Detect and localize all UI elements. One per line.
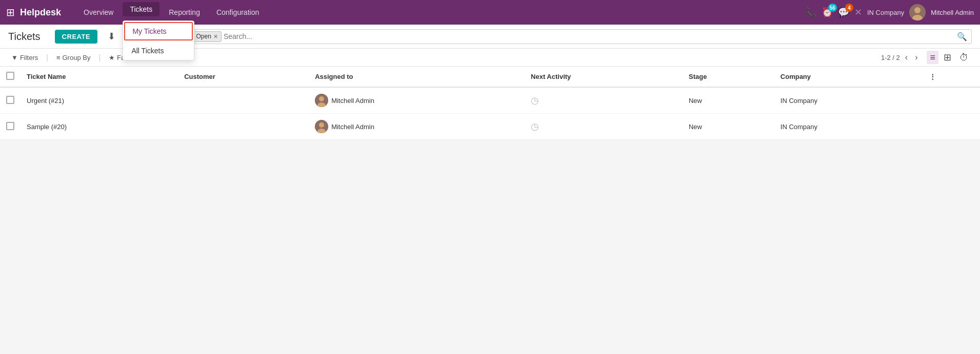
pagination-info: 1-2 / 2 ‹ › ≡ ⊞ ⏱ <box>881 51 972 64</box>
row-1-assigned-cell: Mitchell Admin <box>315 94 518 107</box>
username: Mitchell Admin <box>931 9 974 16</box>
row-1-stage: New <box>683 87 774 114</box>
col-stage[interactable]: Stage <box>683 67 774 87</box>
topnav-right: 📞 ⏰ 56 💬 4 ✕ IN Company Mitchell Admin <box>805 4 974 20</box>
timer-badge-wrap[interactable]: ⏰ 56 <box>822 7 833 18</box>
phone-icon[interactable]: 📞 <box>805 7 816 18</box>
select-all-checkbox[interactable] <box>6 72 14 80</box>
row-1-ticket-name[interactable]: Urgent (#21) <box>21 87 178 114</box>
search-button[interactable]: 🔍 <box>957 32 967 41</box>
row-2-ticket-name[interactable]: Sample (#20) <box>21 114 178 140</box>
tickets-dropdown-menu: My Tickets All Tickets <box>123 20 194 60</box>
col-options-header[interactable]: ⋮ <box>923 67 980 87</box>
col-assigned-to[interactable]: Assigned to <box>309 67 525 87</box>
col-company[interactable]: Company <box>774 67 923 87</box>
divider-1: | <box>46 53 48 61</box>
avatar[interactable] <box>909 4 926 20</box>
next-page-button[interactable]: › <box>913 52 919 63</box>
company-name: IN Company <box>867 9 904 16</box>
svg-point-7 <box>319 122 324 128</box>
row-2-avatar <box>315 120 328 133</box>
row-1-checkbox-cell[interactable] <box>0 87 21 114</box>
tickets-dropdown-wrap: Tickets My Tickets All Tickets <box>123 5 159 19</box>
filters-label: Filters <box>20 54 38 61</box>
app-title: Helpdesk <box>20 7 61 18</box>
view-buttons: ≡ ⊞ ⏱ <box>927 51 972 64</box>
svg-point-4 <box>319 96 324 101</box>
filters-button[interactable]: ▼ Filters <box>8 52 41 64</box>
groupby-label: Group By <box>63 54 91 61</box>
col-next-activity[interactable]: Next Activity <box>525 67 683 87</box>
nav-tickets[interactable]: Tickets <box>123 2 159 16</box>
download-button[interactable]: ⬇ <box>104 29 119 44</box>
col-ticket-name[interactable]: Ticket Name <box>21 67 178 87</box>
row-1-assignee-name: Mitchell Admin <box>331 97 374 105</box>
row-2-assignee-name: Mitchell Admin <box>331 123 374 131</box>
row-1-checkbox[interactable] <box>6 96 14 104</box>
row-2-customer <box>178 114 309 140</box>
main-area: Tickets CREATE ⬇ ▼ My Tickets ✕ ▼ Open ✕… <box>0 25 980 354</box>
list-view-button[interactable]: ≡ <box>927 51 938 64</box>
filter-funnel-icon: ▼ <box>11 54 18 61</box>
row-1-assigned-to: Mitchell Admin <box>309 87 525 114</box>
nav-reporting[interactable]: Reporting <box>162 5 207 19</box>
content-area: Tickets CREATE ⬇ ▼ My Tickets ✕ ▼ Open ✕… <box>0 25 980 354</box>
star-icon: ★ <box>109 54 115 61</box>
row-2-checkbox[interactable] <box>6 122 14 130</box>
kanban-view-button[interactable]: ⊞ <box>941 51 954 64</box>
chat-count: 4 <box>845 4 853 12</box>
nav-configuration[interactable]: Configuration <box>209 5 266 19</box>
row-2-next-activity: ◷ <box>525 114 683 140</box>
table-header-row: Ticket Name Customer Assigned to Next Ac… <box>0 67 980 87</box>
divider-2: | <box>98 53 101 61</box>
grid-icon[interactable]: ⊞ <box>6 6 15 18</box>
timer-count: 56 <box>828 4 837 12</box>
filter-open-close[interactable]: ✕ <box>213 33 218 40</box>
row-2-options <box>923 114 980 140</box>
search-input[interactable] <box>224 32 955 40</box>
row-1-avatar <box>315 94 328 107</box>
groupby-button[interactable]: ≡ Group By <box>53 52 94 64</box>
row-1-customer <box>178 87 309 114</box>
row-1-activity-icon: ◷ <box>531 95 539 106</box>
row-2-stage: New <box>683 114 774 140</box>
row-2-checkbox-cell[interactable] <box>0 114 21 140</box>
filter-open-label: Open <box>196 33 211 40</box>
groupby-icon: ≡ <box>56 54 61 61</box>
row-2-activity-icon: ◷ <box>531 121 539 132</box>
create-button[interactable]: CREATE <box>55 30 97 44</box>
prev-page-button[interactable]: ‹ <box>903 52 910 63</box>
row-2-assigned-cell: Mitchell Admin <box>315 120 518 133</box>
table-row: Sample (#20) Mitchell Admin <box>0 114 980 140</box>
activity-view-button[interactable]: ⏱ <box>956 51 972 64</box>
search-container: ▼ My Tickets ✕ ▼ Open ✕ 🔍 <box>126 29 972 44</box>
nav-links: Overview Tickets My Tickets All Tickets … <box>76 5 805 19</box>
nav-overview[interactable]: Overview <box>76 5 121 19</box>
row-1-options <box>923 87 980 114</box>
row-1-company: IN Company <box>774 87 923 114</box>
nav-separator: ✕ <box>854 7 862 18</box>
row-1-next-activity: ◷ <box>525 87 683 114</box>
select-all-header[interactable] <box>0 67 21 87</box>
topnav: ⊞ Helpdesk Overview Tickets My Tickets A… <box>0 0 980 25</box>
tickets-table: Ticket Name Customer Assigned to Next Ac… <box>0 67 980 140</box>
svg-point-1 <box>914 7 921 13</box>
dropdown-my-tickets[interactable]: My Tickets <box>124 22 193 40</box>
dropdown-all-tickets[interactable]: All Tickets <box>123 41 194 60</box>
col-customer[interactable]: Customer <box>178 67 309 87</box>
chat-badge-wrap[interactable]: 💬 4 <box>838 7 849 18</box>
pagination-text: 1-2 / 2 <box>881 54 900 61</box>
page-title: Tickets <box>8 31 41 43</box>
row-2-company: IN Company <box>774 114 923 140</box>
row-2-assigned-to: Mitchell Admin <box>309 114 525 140</box>
table-row: Urgent (#21) Mitchell Admin <box>0 87 980 114</box>
